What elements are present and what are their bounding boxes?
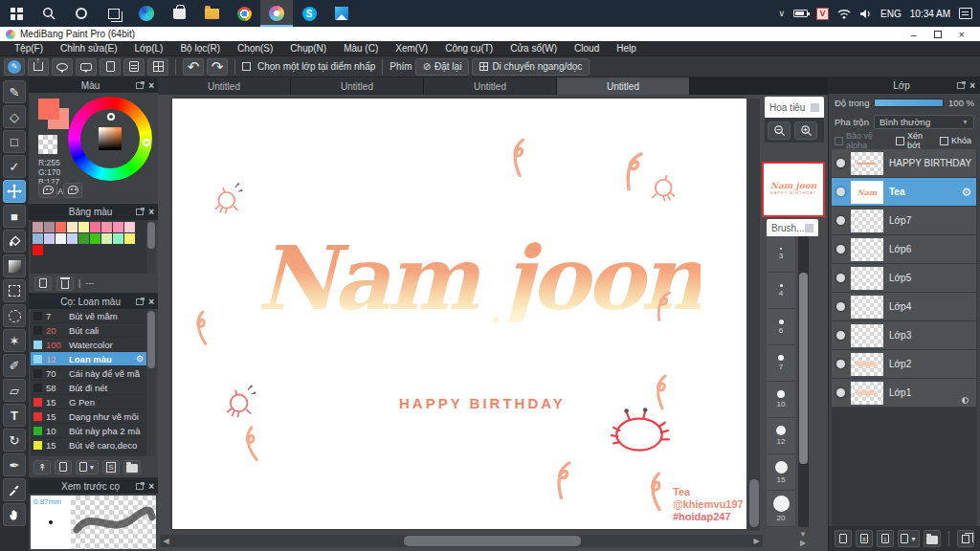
popout-icon[interactable] [136, 483, 144, 490]
tab-untitled-1[interactable]: Untitled [158, 77, 291, 95]
checkmark-tool-button[interactable]: ✓ [3, 155, 26, 178]
eraser-tool-button[interactable]: ◇ [3, 105, 26, 128]
palette-swatch[interactable] [113, 233, 123, 244]
chat-button[interactable] [76, 58, 97, 76]
reset-button[interactable]: ⊘ Đặt lại [415, 58, 470, 76]
palette-swatch[interactable] [33, 233, 43, 244]
brush-size-option[interactable]: 20 [767, 491, 795, 527]
brush-size-panel-tab[interactable]: Brush... [767, 219, 818, 236]
start-button[interactable] [0, 0, 33, 27]
brush-tool-button[interactable]: ✎ [3, 80, 26, 103]
close-icon[interactable]: × [148, 80, 154, 91]
pen-mode-button[interactable]: ✎ [4, 58, 25, 76]
close-icon[interactable]: × [148, 481, 154, 492]
brush-row[interactable]: 15Bút vẽ caro,deco [31, 438, 146, 452]
palette-mode-button[interactable] [38, 183, 57, 198]
rect-select-tool-button[interactable]: □ [3, 130, 26, 153]
menu-capture[interactable]: Chụp(N) [281, 43, 335, 54]
palette-swatch[interactable] [56, 233, 66, 244]
redo-button[interactable]: ↷ [207, 58, 228, 76]
add-brush-button[interactable] [55, 460, 72, 474]
layer-visibility-icon[interactable] [836, 245, 845, 253]
material-button[interactable] [147, 58, 168, 76]
layer-visibility-icon[interactable] [836, 216, 845, 225]
brush-row[interactable]: 7Bút vẽ mầm [31, 309, 146, 323]
taskbar-explorer-button[interactable] [195, 0, 228, 27]
menu-cloud[interactable]: Cloud [566, 43, 608, 54]
brush-size-option[interactable]: 4 [767, 273, 795, 309]
menu-color[interactable]: Màu (C) [335, 43, 387, 54]
menu-select[interactable]: Chọn(S) [229, 43, 281, 54]
taskbar-chrome-button[interactable] [228, 0, 260, 27]
canvas-vertical-scrollbar[interactable] [748, 99, 760, 531]
menu-help[interactable]: Help [608, 43, 645, 54]
layer-visibility-icon[interactable] [836, 360, 845, 368]
add-layer-menu-button[interactable]: ▼ [898, 530, 920, 547]
layer-row[interactable]: Lớp5 [832, 264, 976, 293]
layer-settings-gear-icon[interactable]: ⚙ [961, 186, 971, 199]
add-color-button[interactable] [34, 276, 52, 291]
popout-icon[interactable] [957, 82, 965, 89]
brush-row[interactable]: 10Bút này pha 2 mà [31, 424, 146, 438]
palette-swatch[interactable] [124, 222, 135, 232]
add-1bit-layer-button[interactable]: 1 [877, 530, 894, 547]
navigator-preview[interactable]: Nam joon HAPPY BIRTHDAY [762, 162, 825, 217]
palette-swatch[interactable] [33, 222, 43, 232]
layer-row[interactable]: Lớp1 [832, 379, 976, 408]
palette-swatch[interactable] [113, 222, 123, 232]
add-brush-menu-button[interactable]: ▼ [76, 460, 99, 474]
taskbar-edge-button[interactable] [130, 0, 163, 27]
palette-swatch[interactable] [44, 222, 55, 232]
brush-size-option[interactable]: 3 [767, 236, 795, 273]
tab-untitled-2[interactable]: Untitled [291, 77, 424, 95]
taskbar-photos-button[interactable] [325, 0, 358, 27]
lasso-select-tool-button[interactable] [3, 304, 26, 327]
select-eraser-tool-button[interactable]: ▱ [3, 379, 26, 402]
collapse-icon[interactable] [811, 103, 819, 112]
select-pen-tool-button[interactable]: ✐ [3, 354, 26, 377]
lock-checkbox[interactable] [940, 137, 948, 145]
rotate-tool-button[interactable]: ↻ [3, 429, 26, 452]
close-icon[interactable]: × [148, 207, 154, 217]
hue-cursor[interactable] [143, 139, 150, 146]
brush-row-selected[interactable]: 12Loan màu⚙ [31, 352, 146, 366]
palette-add-button[interactable] [63, 183, 82, 198]
taskbar-search-button[interactable] [33, 0, 65, 27]
palette-swatch[interactable] [56, 222, 66, 232]
layer-visibility-icon[interactable] [836, 302, 845, 311]
gradient-tool-button[interactable] [3, 254, 26, 277]
menu-filter[interactable]: Bộ lọc(R) [171, 43, 229, 54]
marquee-select-tool-button[interactable] [3, 279, 26, 302]
layer-visibility-icon[interactable] [836, 388, 845, 397]
menu-layer[interactable]: Lớp(L) [126, 43, 172, 54]
popout-icon[interactable] [136, 298, 144, 305]
palette-swatch[interactable] [101, 222, 112, 232]
saturation-square[interactable] [99, 127, 122, 150]
text-tool-button[interactable]: T [3, 404, 26, 427]
fill-shape-tool-button[interactable]: ■ [3, 205, 26, 228]
minimize-button[interactable]: – [910, 30, 916, 39]
layer-row-selected[interactable]: Nam joon Tea ⚙ [832, 178, 976, 207]
menu-file[interactable]: Tệp(F) [6, 43, 52, 54]
move-horizontal-vertical-button[interactable]: Di chuyển ngang/dọc [472, 58, 590, 76]
brush-size-option[interactable]: 7 [767, 345, 795, 382]
pen-tool-button[interactable]: ✒ [3, 453, 26, 476]
undo-button[interactable]: ↶ [183, 58, 204, 76]
layer-row[interactable]: Lớp2 [832, 350, 976, 379]
speaker-icon[interactable] [859, 9, 872, 19]
list-button[interactable] [123, 58, 145, 76]
palette-scrollbar[interactable] [146, 220, 156, 275]
maximize-button[interactable] [934, 31, 942, 38]
taskbar-store-button[interactable] [163, 0, 195, 27]
select-layer-checkbox[interactable] [242, 62, 251, 71]
navigator-panel-tab[interactable]: Hoa tiêu [765, 97, 824, 118]
cortana-button[interactable] [65, 0, 98, 27]
bucket-tool-button[interactable] [3, 230, 26, 253]
wifi-icon[interactable] [837, 9, 851, 19]
brush-size-option[interactable]: 10 [767, 382, 795, 418]
layer-visibility-icon[interactable] [836, 187, 845, 196]
palette-swatch[interactable] [67, 233, 78, 244]
tab-untitled-4-active[interactable]: Untitled [557, 77, 690, 95]
layer-row[interactable]: Lớp7 [832, 207, 976, 235]
collapse-icon[interactable] [805, 224, 813, 232]
